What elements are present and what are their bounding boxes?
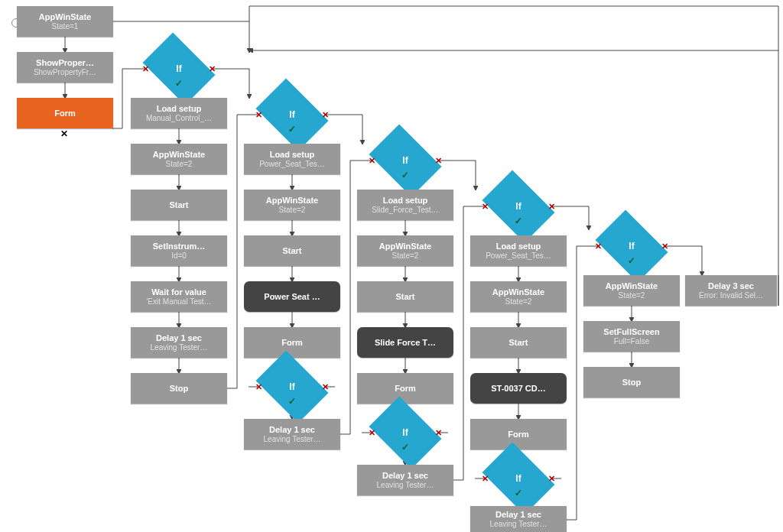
node-title: ST-0037 CD… — [491, 383, 546, 394]
check-icon: ✓ — [401, 442, 409, 453]
node-title: Delay 1 sec — [269, 424, 315, 435]
node-appwinstate-c1[interactable]: AppWinState State=2 — [131, 144, 227, 174]
node-sub: Full=False — [614, 337, 649, 346]
x-icon: ✕ — [435, 156, 442, 166]
node-appwinstate-c3[interactable]: AppWinState State=2 — [357, 235, 453, 266]
node-sub: 'Exit Manual Test… — [146, 297, 211, 307]
node-title: Load setup — [496, 241, 541, 251]
x-icon: ✕ — [322, 110, 329, 120]
node-sub: Error: Invalid Sel… — [699, 291, 763, 300]
node-wait-for-value[interactable]: Wait for value 'Exit Manual Test… — [131, 281, 227, 312]
node-st-0037[interactable]: ST-0037 CD… — [470, 373, 567, 404]
node-title: AppWinState — [153, 149, 205, 160]
node-start-c4[interactable]: Start — [470, 327, 567, 358]
node-if-2[interactable]: If ✓ ✕ ✕ — [260, 98, 324, 131]
node-start-c3[interactable]: Start — [357, 281, 453, 312]
node-title: Form — [281, 337, 303, 348]
node-title: Start — [282, 245, 301, 256]
node-title: SetFullScreen — [603, 326, 659, 337]
node-title: Stop — [170, 383, 188, 394]
node-if-4b[interactable]: If ✓ ✕ ✕ — [486, 462, 551, 495]
check-icon: ✓ — [288, 124, 296, 135]
node-form-c3[interactable]: Form — [357, 373, 453, 404]
node-appwinstate-1[interactable]: AppWinState State=1 — [17, 6, 113, 37]
node-title: Wait for value — [151, 287, 206, 297]
node-delay-c2[interactable]: Delay 1 sec Leaving Tester… — [244, 419, 340, 449]
node-sub: Manual_Control_… — [146, 114, 212, 123]
x-icon: ✕ — [255, 110, 262, 120]
node-title: AppWinState — [379, 241, 431, 251]
node-title: Power Seat … — [264, 291, 320, 302]
node-if-3b[interactable]: If ✓ ✕ ✕ — [373, 416, 437, 449]
node-setinstrum[interactable]: SetInstrum… Id=0 — [131, 235, 227, 266]
node-title: Form — [508, 429, 529, 440]
node-if-4[interactable]: If ✓ ✕ ✕ — [486, 190, 551, 223]
node-title: Start — [395, 291, 414, 302]
node-form-c4[interactable]: Form — [470, 419, 567, 449]
node-showproperty[interactable]: ShowProper… ShowPropertyFr… — [17, 52, 113, 83]
check-icon: ✓ — [288, 396, 296, 407]
node-sub: Leaving Tester… — [151, 343, 208, 352]
node-title: ShowProper… — [36, 57, 94, 68]
node-title: Start — [508, 337, 528, 348]
x-icon: ✕ — [482, 202, 489, 212]
node-title: Delay 1 sec — [495, 509, 541, 520]
node-stop-c5[interactable]: Stop — [583, 367, 680, 397]
node-slide-force[interactable]: Slide Force T… — [357, 327, 453, 358]
x-icon: ✕ — [595, 242, 602, 251]
node-title: Slide Force T… — [375, 337, 436, 348]
x-icon: ✕ — [369, 428, 375, 438]
x-port-icon: ✕ — [60, 128, 68, 139]
node-sub: Leaving Tester… — [377, 481, 434, 490]
node-sub: Id=0 — [171, 251, 187, 261]
node-sub: State=2 — [166, 160, 193, 169]
connectors — [0, 0, 783, 532]
node-appwinstate-c4[interactable]: AppWinState State=2 — [470, 281, 567, 312]
node-form-main[interactable]: Form — [17, 98, 113, 128]
node-if-3[interactable]: If ✓ ✕ ✕ — [373, 144, 437, 177]
node-sub: State=2 — [505, 297, 532, 307]
x-icon: ✕ — [548, 202, 555, 212]
node-delay-c1[interactable]: Delay 1 sec Leaving Tester… — [131, 327, 227, 358]
node-title: Form — [395, 383, 416, 394]
node-title: Delay 3 sec — [708, 281, 754, 291]
node-setfullscreen[interactable]: SetFullScreen Full=False — [583, 321, 680, 352]
node-form-c2[interactable]: Form — [244, 327, 340, 358]
node-title: Load setup — [157, 103, 202, 114]
node-title: Form — [54, 108, 76, 118]
node-title: Delay 1 sec — [382, 470, 428, 481]
node-start-c2[interactable]: Start — [244, 235, 340, 266]
node-title: Load setup — [270, 149, 315, 160]
x-icon: ✕ — [369, 156, 375, 166]
node-delay-c3[interactable]: Delay 1 sec Leaving Tester… — [357, 465, 453, 495]
node-title: Load setup — [383, 195, 428, 206]
check-icon: ✓ — [401, 170, 409, 180]
node-load-setup-2[interactable]: Load setup Power_Seat_Tes… — [244, 144, 340, 174]
x-icon: ✕ — [548, 474, 555, 484]
node-stop-c1[interactable]: Stop — [131, 373, 227, 404]
node-appwinstate-c5[interactable]: AppWinState State=2 — [583, 275, 680, 306]
node-if-5[interactable]: If ✓ ✕ ✕ — [599, 229, 664, 263]
node-power-seat[interactable]: Power Seat … — [244, 281, 340, 312]
node-appwinstate-c2[interactable]: AppWinState State=2 — [244, 190, 340, 220]
check-icon: ✓ — [628, 255, 635, 266]
node-sub: State=2 — [619, 291, 645, 300]
node-load-setup-4[interactable]: Load setup Power_Seat_Tes… — [470, 235, 567, 266]
x-icon: ✕ — [322, 382, 329, 392]
node-if-2b[interactable]: If ✓ ✕ ✕ — [260, 370, 324, 404]
node-title: AppWinState — [266, 195, 318, 206]
node-sub: Leaving Tester… — [264, 435, 321, 444]
node-sub: State=1 — [52, 22, 79, 31]
node-delay-c4[interactable]: Delay 1 sec Leaving Tester… — [470, 506, 567, 532]
x-icon: ✕ — [142, 64, 149, 74]
node-if-1[interactable]: If ✓ ✕ ✕ — [147, 52, 211, 86]
node-start-c1[interactable]: Start — [131, 190, 227, 220]
node-load-setup-1[interactable]: Load setup Manual_Control_… — [131, 98, 227, 128]
node-sub: State=2 — [392, 251, 419, 261]
check-icon: ✓ — [515, 216, 522, 226]
node-title: AppWinState — [39, 11, 91, 22]
node-load-setup-3[interactable]: Load setup Slide_Force_Test… — [357, 190, 453, 220]
node-delay-3sec[interactable]: Delay 3 sec Error: Invalid Sel… — [685, 275, 777, 306]
node-title: AppWinState — [492, 287, 544, 297]
x-icon: ✕ — [482, 474, 489, 484]
